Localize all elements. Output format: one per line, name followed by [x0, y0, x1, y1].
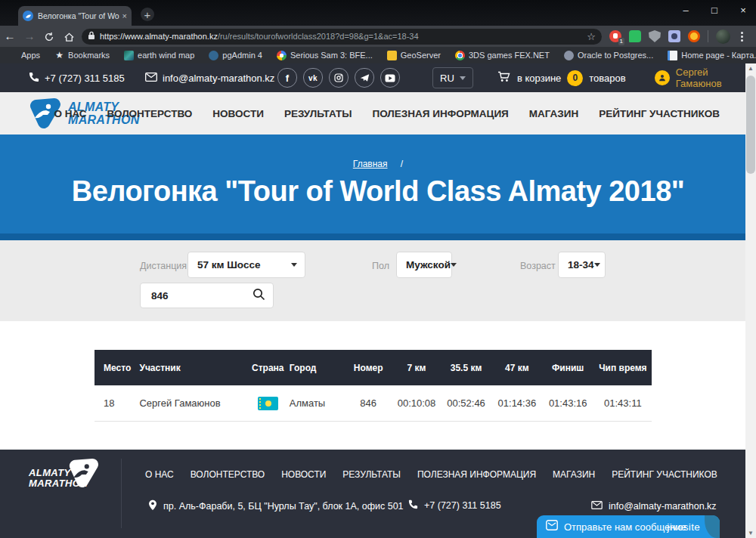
maximize-button[interactable]: □ — [709, 5, 720, 16]
user-account[interactable]: Сергей Гамаюнов — [655, 63, 756, 92]
main-nav-bar: ALMATY MARATHON О НАСВОЛОНТЕРСТВОНОВОСТИ… — [0, 92, 756, 134]
hero-bottom-strip — [0, 233, 756, 240]
bookmark-star-icon[interactable]: ☆ — [587, 31, 596, 42]
phone-icon — [408, 499, 418, 512]
nav-item-результаты[interactable]: РЕЗУЛЬТАТЫ — [284, 108, 352, 119]
cart-link[interactable]: в корзине 0 товаров — [497, 63, 626, 92]
footer-email[interactable]: info@almaty-marathon.kz — [591, 501, 717, 512]
reload-icon[interactable] — [39, 26, 59, 46]
distance-label: Дистанция — [140, 261, 187, 271]
phone-icon — [29, 72, 39, 85]
bookmark-item[interactable]: ★Bookmarks — [54, 51, 110, 60]
bookmark-item[interactable]: pgAdmin 4 — [209, 51, 262, 60]
footer-nav: О НАСВОЛОНТЕРСТВОНОВОСТИРЕЗУЛЬТАТЫПОЛЕЗН… — [145, 469, 717, 480]
bookmark-item[interactable]: GeoServer — [387, 51, 441, 60]
back-icon[interactable]: ← — [0, 26, 20, 46]
screenshot-extension-icon[interactable] — [668, 30, 680, 42]
tab-close-icon[interactable]: × — [122, 11, 127, 20]
scrollbar-thumb[interactable] — [746, 76, 755, 174]
cell-place: 18 — [94, 385, 138, 422]
nav-item-волонтерство[interactable]: ВОЛОНТЕРСТВО — [107, 108, 193, 119]
footer-nav-item-новости[interactable]: НОВОСТИ — [281, 469, 326, 480]
topbar-email[interactable]: info@almaty-marathon.kz — [145, 63, 274, 92]
footer-nav-item-о-нас[interactable]: О НАС — [145, 469, 174, 480]
results-table: МестоУчастникСтранаГородНомер7 км35.5 км… — [94, 350, 652, 422]
extensions-row: 1 — [609, 29, 746, 44]
lock-icon — [88, 29, 95, 43]
search-icon[interactable] — [253, 288, 265, 304]
cell-t35: 00:52:46 — [440, 385, 492, 422]
chat-widget[interactable]: Отправьте нам сообщение jivosite — [537, 515, 720, 538]
teal-image-icon — [124, 51, 134, 60]
google-g-icon — [277, 51, 287, 60]
search-input[interactable] — [142, 289, 253, 302]
nav-item-о-нас[interactable]: О НАС — [54, 108, 86, 119]
language-select[interactable]: RU — [432, 67, 473, 88]
topbar-email-text: info@almaty-marathon.kz — [163, 73, 274, 84]
nav-item-магазин[interactable]: МАГАЗИН — [529, 108, 578, 119]
footer-nav-item-полезная-информация[interactable]: ПОЛЕЗНАЯ ИНФОРМАЦИЯ — [417, 469, 536, 480]
main-nav: О НАСВОЛОНТЕРСТВОНОВОСТИРЕЗУЛЬТАТЫПОЛЕЗН… — [54, 92, 720, 134]
footer-phone[interactable]: +7 (727) 311 5185 — [408, 499, 501, 512]
footer-nav-item-рейтинг-участников[interactable]: РЕЙТИНГ УЧАСТНИКОВ — [612, 469, 717, 480]
pg-elephant-icon — [209, 51, 218, 60]
column-header: Номер — [343, 350, 393, 385]
close-button[interactable]: × — [738, 5, 748, 16]
browser-menu-icon[interactable] — [738, 32, 746, 42]
page-scrollbar[interactable]: ▲ ▼ — [745, 63, 756, 538]
column-header: Страна — [247, 350, 289, 385]
bookmark-item[interactable]: Oracle to Postgres... — [564, 51, 653, 60]
evernote-extension-icon[interactable] — [629, 30, 641, 42]
bookmark-item[interactable]: Apps — [9, 51, 40, 60]
orange-extension-icon[interactable] — [688, 30, 700, 42]
gender-select[interactable]: Мужской — [396, 252, 452, 278]
forward-icon[interactable]: → — [20, 26, 39, 46]
extension-badge: 1 — [618, 38, 624, 45]
youtube-icon[interactable] — [380, 68, 400, 88]
new-tab-button[interactable]: + — [141, 8, 154, 21]
footer-nav-item-результаты[interactable]: РЕЗУЛЬТАТЫ — [342, 469, 401, 480]
language-value: RU — [440, 73, 454, 84]
topbar-phone[interactable]: +7 (727) 311 5185 — [29, 63, 125, 92]
vk-icon[interactable]: vk — [303, 68, 323, 88]
address-bar[interactable]: https://www.almaty-marathon.kz /ru/resul… — [82, 29, 602, 45]
distance-select[interactable]: 57 км Шоссе — [187, 252, 305, 278]
footer-nav-item-волонтерство[interactable]: ВОЛОНТЕРСТВО — [191, 469, 265, 480]
home-icon[interactable] — [59, 26, 79, 46]
nav-item-полезная-информация[interactable]: ПОЛЕЗНАЯ ИНФОРМАЦИЯ — [372, 108, 508, 119]
adblock-extension-icon[interactable]: 1 — [609, 30, 621, 42]
browser-titlebar: Велогонка "Tour of World Class A × + – □… — [0, 0, 756, 26]
apps-grid-icon — [9, 51, 17, 60]
cell-name: Сергей Гамаюнов — [138, 385, 246, 422]
bookmark-item[interactable]: Home page - Карта... — [668, 51, 756, 60]
yellow-folder-icon — [387, 51, 397, 60]
gender-label: Пол — [372, 261, 389, 271]
instagram-icon[interactable] — [329, 68, 349, 88]
facebook-icon[interactable]: f — [277, 68, 297, 88]
scroll-up-icon[interactable]: ▲ — [745, 65, 756, 72]
bookmark-item[interactable]: Serious Sam 3: BFE... — [277, 51, 373, 60]
bookmark-item[interactable]: 3DS games FEX.NET — [455, 51, 550, 60]
scroll-down-icon[interactable]: ▼ — [745, 530, 756, 536]
bookmark-item[interactable]: earth wind map — [124, 51, 194, 60]
nav-item-новости[interactable]: НОВОСТИ — [212, 108, 264, 119]
location-pin-icon — [148, 499, 157, 513]
kazakhstan-flag-icon — [258, 397, 278, 410]
site-topbar: +7 (727) 311 5185 info@almaty-marathon.k… — [0, 63, 756, 92]
cell-bib: 846 — [343, 385, 393, 422]
bookmark-label: Home page - Карта... — [681, 51, 756, 60]
url-domain: https://www.almaty-marathon.kz — [100, 32, 218, 41]
browser-tab[interactable]: Велогонка "Tour of World Class A × — [18, 6, 132, 26]
url-path: /ru/results/tourofworldclass2018?d=98&g=… — [218, 32, 584, 41]
age-select[interactable]: 18-34 — [558, 252, 606, 278]
column-header: 7 км — [393, 350, 440, 385]
footer-nav-item-магазин[interactable]: МАГАЗИН — [553, 469, 595, 480]
footer-address: пр. Аль-Фараби, 5, БЦ "Нурлы Тау", блок … — [148, 499, 404, 513]
minimize-button[interactable]: – — [680, 5, 691, 16]
breadcrumb-home-link[interactable]: Главная — [353, 159, 388, 169]
nav-item-рейтинг-участников[interactable]: РЕЙТИНГ УЧАСТНИКОВ — [599, 108, 720, 119]
page-title: Велогонка "Tour of World Class Almaty 20… — [0, 175, 756, 208]
telegram-icon[interactable] — [355, 68, 374, 88]
shield-extension-icon[interactable] — [649, 30, 661, 42]
profile-avatar[interactable] — [716, 29, 730, 44]
